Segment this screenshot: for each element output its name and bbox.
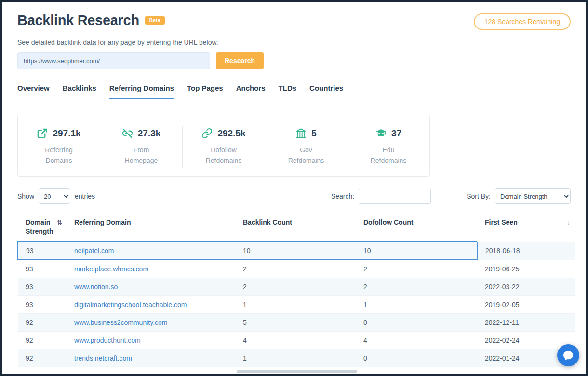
cell-backlink-count: 2 [235, 278, 356, 296]
referring-domain-link[interactable]: digitalmarketingschool.teachable.com [74, 301, 187, 309]
tab-referring-domains[interactable]: Referring Domains [109, 84, 174, 99]
chat-launcher-button[interactable] [557, 344, 579, 366]
page-title: Backlink Research [17, 13, 139, 28]
cell-first-seen: 2022-03-22 [477, 278, 575, 296]
sort-control: Sort By: Domain Strength [467, 188, 571, 204]
column-header-first-seen[interactable]: First Seen↓ [477, 213, 575, 242]
chat-bubble-icon [562, 349, 574, 361]
referring-domain-link[interactable]: neilpatel.com [74, 247, 114, 255]
cell-referring-domain: www.notion.so [67, 278, 235, 296]
referring-domain-link[interactable]: www.notion.so [74, 283, 118, 291]
cell-backlink-count: 10 [235, 242, 356, 260]
referring-domain-link[interactable]: marketplace.whmcs.com [74, 265, 148, 273]
page-header: Backlink Research Beta 128 Searches Rema… [17, 2, 571, 30]
external-link-icon [37, 128, 48, 139]
cell-referring-domain: www.producthunt.com [67, 332, 235, 349]
cell-dofollow-count: 4 [356, 332, 477, 349]
cell-domain-strength: 93 [18, 296, 67, 314]
searches-remaining-badge: 128 Searches Remaining [474, 13, 571, 30]
search-input[interactable] [359, 189, 431, 204]
search-control: Search: [331, 189, 431, 204]
cell-backlink-count: 1 [235, 296, 356, 314]
tab-backlinks[interactable]: Backlinks [63, 84, 96, 99]
horizontal-scrollbar-thumb[interactable] [237, 370, 357, 373]
tab-tlds[interactable]: TLDs [279, 84, 297, 99]
show-entries-control: Show 20 entries [17, 188, 95, 204]
referring-domains-table: Domain Strength⇅Referring DomainBacklink… [17, 213, 575, 367]
stat-label: Referring Domains [37, 145, 81, 166]
search-label: Search: [331, 192, 354, 200]
tab-anchors[interactable]: Anchors [236, 84, 266, 99]
table-row: 92www.producthunt.com442022-02-24 [18, 332, 575, 349]
cell-domain-strength: 92 [18, 332, 67, 349]
cell-domain-strength: 93 [18, 242, 67, 260]
graduation-cap-icon [375, 128, 387, 139]
stat-label: From Homepage [119, 145, 163, 166]
page-subtitle: See detailed backlink data for any page … [17, 39, 571, 46]
table-header-row: Domain Strength⇅Referring DomainBacklink… [18, 213, 575, 242]
show-label: Show [17, 192, 34, 200]
stat-value: 292.5k [217, 128, 245, 139]
cell-domain-strength: 92 [18, 349, 67, 367]
sort-by-label: Sort By: [467, 192, 491, 200]
sort-arrows-icon: ⇅ [57, 218, 62, 227]
cell-domain-strength: 92 [18, 314, 67, 332]
stat-from-homepage: 27.3kFrom Homepage [100, 126, 183, 168]
tab-overview[interactable]: Overview [17, 84, 50, 99]
referring-domain-link[interactable]: www.producthunt.com [74, 336, 141, 344]
table-row: 92trends.netcraft.com102022-01-24 [18, 349, 575, 367]
sort-by-select[interactable]: Domain Strength [495, 188, 571, 204]
stats-card: 297.1kReferring Domains27.3kFrom Homepag… [17, 115, 430, 177]
stat-value: 27.3k [138, 128, 161, 139]
stat-dofollow-refdomains: 292.5kDofollow Refdomains [183, 126, 265, 168]
page-frame: Backlink Research Beta 128 Searches Rema… [0, 0, 588, 376]
cell-dofollow-count: 10 [356, 242, 477, 260]
cell-referring-domain: digitalmarketingschool.teachable.com [67, 296, 235, 314]
unlink-icon [122, 128, 133, 139]
tab-bar: OverviewBacklinksReferring DomainsTop Pa… [17, 84, 571, 99]
cell-dofollow-count: 1 [356, 296, 477, 314]
cell-dofollow-count: 0 [356, 349, 477, 367]
referring-domain-link[interactable]: www.business2community.com [74, 319, 167, 326]
stat-value: 5 [311, 128, 317, 139]
cell-backlink-count: 2 [235, 260, 356, 278]
cell-backlink-count: 4 [235, 332, 356, 349]
cell-first-seen: 2022-02-24 [477, 332, 575, 349]
cell-backlink-count: 5 [235, 314, 356, 332]
tab-top-pages[interactable]: Top Pages [187, 84, 223, 99]
table-row: 93neilpatel.com10102018-06-18 [18, 242, 575, 260]
cell-dofollow-count: 2 [356, 278, 477, 296]
table-row: 93digitalmarketingschool.teachable.com11… [18, 296, 575, 314]
research-button[interactable]: Research [216, 52, 264, 69]
url-input[interactable] [17, 52, 210, 69]
column-header-backlink-count[interactable]: Backlink Count [235, 213, 356, 242]
stat-value: 297.1k [53, 128, 80, 139]
entries-label: entries [75, 192, 95, 200]
cell-domain-strength: 93 [18, 260, 67, 278]
cell-dofollow-count: 0 [356, 314, 477, 332]
cell-referring-domain: neilpatel.com [67, 242, 235, 260]
bank-icon [295, 128, 307, 139]
stat-value: 37 [391, 128, 401, 139]
column-header-dofollow-count[interactable]: Dofollow Count [356, 213, 477, 242]
stat-label: Gov Refdomains [284, 145, 328, 166]
beta-badge: Beta [145, 16, 165, 25]
cell-first-seen: 2019-06-25 [477, 260, 575, 278]
stat-label: Edu Refdomains [366, 145, 411, 166]
table-controls: Show 20 entries Search: Sort By: Domain … [17, 188, 571, 204]
entries-select[interactable]: 20 [39, 188, 70, 204]
stat-edu-refdomains: 37Edu Refdomains [347, 126, 429, 168]
table-row: 93marketplace.whmcs.com222019-06-25 [18, 260, 575, 278]
column-header-referring-domain[interactable]: Referring Domain [67, 213, 235, 242]
main-content: Backlink Research Beta 128 Searches Rema… [2, 2, 586, 367]
stat-label: Dofollow Refdomains [201, 145, 246, 166]
url-form: Research [17, 52, 571, 69]
column-header-domain-strength[interactable]: Domain Strength⇅ [18, 213, 67, 242]
cell-dofollow-count: 2 [356, 260, 477, 278]
cell-first-seen: 2022-12-11 [477, 314, 575, 332]
stat-referring-domains: 297.1kReferring Domains [18, 126, 100, 168]
link-icon [201, 128, 213, 139]
referring-domain-link[interactable]: trends.netcraft.com [74, 354, 132, 362]
cell-backlink-count: 1 [235, 349, 356, 367]
tab-countries[interactable]: Countries [309, 84, 343, 99]
